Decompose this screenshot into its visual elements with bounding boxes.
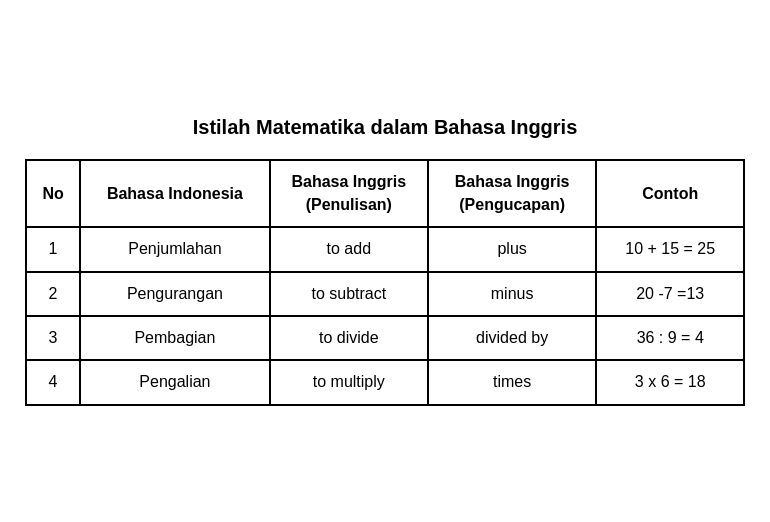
cell-pengucapan: plus	[428, 227, 597, 271]
cell-bahasa-indonesia: Pembagian	[80, 316, 270, 360]
header-bahasa-inggris-pengucapan: Bahasa Inggris (Pengucapan)	[428, 160, 597, 227]
cell-bahasa-indonesia: Pengurangan	[80, 272, 270, 316]
cell-contoh: 3 x 6 = 18	[596, 360, 744, 404]
header-no: No	[26, 160, 80, 227]
cell-bahasa-indonesia: Pengalian	[80, 360, 270, 404]
cell-pengucapan: times	[428, 360, 597, 404]
cell-no: 3	[26, 316, 80, 360]
table-row: 1Penjumlahanto addplus10 + 15 = 25	[26, 227, 744, 271]
page-title: Istilah Matematika dalam Bahasa Inggris	[193, 116, 578, 139]
table-header-row: No Bahasa Indonesia Bahasa Inggris (Penu…	[26, 160, 744, 227]
cell-penulisan: to divide	[270, 316, 428, 360]
cell-contoh: 10 + 15 = 25	[596, 227, 744, 271]
header-bahasa-indonesia: Bahasa Indonesia	[80, 160, 270, 227]
cell-penulisan: to multiply	[270, 360, 428, 404]
cell-no: 4	[26, 360, 80, 404]
cell-contoh: 36 : 9 = 4	[596, 316, 744, 360]
cell-no: 2	[26, 272, 80, 316]
table-row: 2Penguranganto subtractminus20 -7 =13	[26, 272, 744, 316]
cell-penulisan: to add	[270, 227, 428, 271]
table-row: 3Pembagianto dividedivided by36 : 9 = 4	[26, 316, 744, 360]
cell-penulisan: to subtract	[270, 272, 428, 316]
header-bahasa-inggris-penulisan: Bahasa Inggris (Penulisan)	[270, 160, 428, 227]
header-contoh: Contoh	[596, 160, 744, 227]
math-table: No Bahasa Indonesia Bahasa Inggris (Penu…	[25, 159, 745, 405]
cell-bahasa-indonesia: Penjumlahan	[80, 227, 270, 271]
cell-pengucapan: divided by	[428, 316, 597, 360]
cell-contoh: 20 -7 =13	[596, 272, 744, 316]
table-row: 4Pengalianto multiplytimes3 x 6 = 18	[26, 360, 744, 404]
cell-pengucapan: minus	[428, 272, 597, 316]
cell-no: 1	[26, 227, 80, 271]
